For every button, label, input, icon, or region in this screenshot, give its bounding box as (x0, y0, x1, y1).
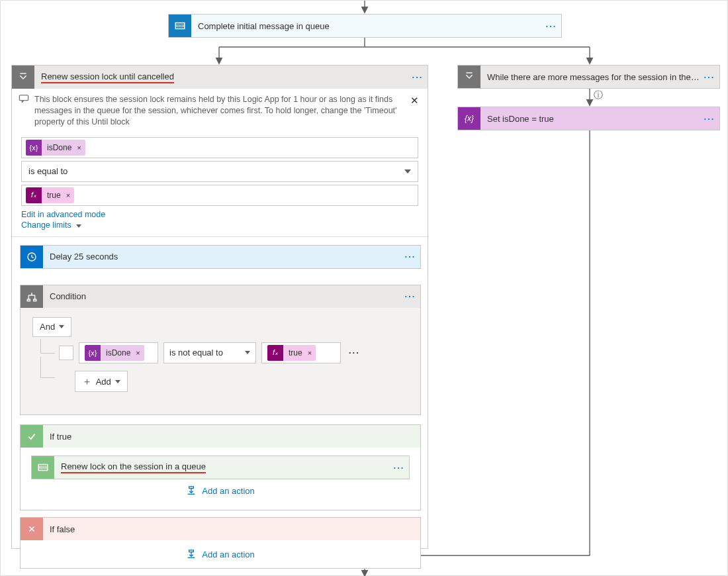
dismiss-note-button[interactable]: ✕ (408, 94, 421, 128)
condition-icon (21, 285, 43, 308)
card-title: Renew lock on the session in a queue (54, 461, 389, 473)
action-complete-initial-message[interactable]: Complete initial message in queue ··· (168, 14, 562, 38)
card-menu-button[interactable]: ··· (700, 114, 719, 124)
card-menu-button[interactable]: ··· (400, 252, 420, 262)
card-menu-button[interactable]: ··· (700, 72, 719, 82)
fx-icon: fₓ (26, 187, 42, 203)
branch-if-false: If false Add an action (20, 517, 421, 569)
until-loop-icon (12, 66, 34, 89)
card-title: Condition (43, 291, 400, 301)
info-icon[interactable]: ⓘ (594, 89, 603, 101)
token-isdone[interactable]: {x} isDone × (26, 140, 85, 156)
until-operator-select[interactable]: is equal to (21, 161, 418, 182)
plus-icon: ＋ (82, 375, 92, 388)
action-set-isdone-true[interactable]: {x} Set isDone = true ··· (457, 107, 720, 130)
remove-token-button[interactable]: × (66, 191, 74, 199)
until-loop-icon (458, 66, 480, 88)
remove-token-button[interactable]: × (77, 144, 85, 152)
card-menu-button[interactable]: ··· (408, 72, 428, 82)
change-limits-link[interactable]: Change limits (21, 220, 418, 230)
scope-while-more-messages[interactable]: While there are more messages for the se… (457, 65, 720, 89)
card-title: While there are more messages for the se… (480, 72, 700, 82)
variables-icon: {x} (26, 140, 42, 156)
card-menu-button[interactable]: ··· (400, 291, 420, 301)
clock-icon (21, 246, 43, 268)
card-title[interactable]: Renew session lock until cancelled (34, 72, 408, 83)
until-right-operand[interactable]: fₓ true × (21, 185, 418, 206)
description-note: This block ensures the session lock rema… (12, 89, 428, 134)
remove-token-button[interactable]: × (308, 349, 316, 357)
check-icon (21, 425, 43, 448)
chevron-down-icon (245, 351, 250, 354)
servicebus-icon (169, 15, 191, 37)
card-title: Complete initial message in queue (191, 21, 541, 31)
branch-title: If true (43, 432, 420, 442)
variables-icon: {x} (458, 107, 480, 130)
chevron-down-icon (76, 224, 81, 228)
condition-group-operator[interactable]: And (32, 317, 71, 337)
svg-rect-26 (189, 550, 194, 552)
scope-renew-session-lock-panel: Renew session lock until cancelled ··· T… (11, 65, 428, 549)
add-action-button[interactable]: Add an action (31, 479, 410, 502)
logic-app-designer-canvas: Complete initial message in queue ··· Wh… (0, 0, 728, 576)
edit-advanced-mode-link[interactable]: Edit in advanced mode (21, 210, 418, 219)
close-icon (21, 518, 43, 540)
until-left-operand[interactable]: {x} isDone × (21, 137, 418, 158)
svg-rect-21 (189, 487, 194, 489)
action-renew-lock[interactable]: Renew lock on the session in a queue ··· (31, 456, 410, 479)
add-action-button[interactable]: Add an action (31, 543, 410, 565)
card-menu-button[interactable]: ··· (541, 21, 561, 31)
branch-if-true: If true Renew lock on the session in a q… (20, 424, 421, 510)
card-title: Set isDone = true (480, 114, 700, 124)
branch-title: If false (43, 524, 420, 534)
svg-rect-12 (19, 95, 28, 101)
action-delay[interactable]: Delay 25 seconds ··· (20, 245, 421, 269)
control-condition: Condition ··· And {x} isDone × (20, 285, 421, 416)
servicebus-icon (32, 456, 54, 479)
card-title: Delay 25 seconds (43, 252, 400, 262)
note-icon (19, 94, 34, 128)
add-condition-row-button[interactable]: ＋ Add (75, 371, 128, 392)
chevron-down-icon (115, 380, 120, 383)
add-action-button[interactable]: Add an action (12, 570, 428, 576)
remove-token-button[interactable]: × (136, 349, 144, 357)
token-true-expression[interactable]: fₓ true × (26, 187, 74, 203)
chevron-down-icon (404, 169, 411, 173)
chevron-down-icon (59, 325, 64, 328)
card-menu-button[interactable]: ··· (389, 463, 409, 473)
